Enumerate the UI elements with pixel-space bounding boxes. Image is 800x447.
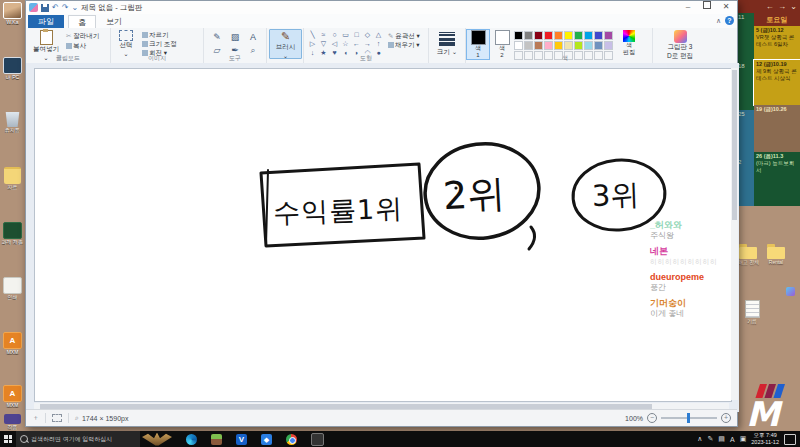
desktop-icon-recycle-bin[interactable]: 휴지통 xyxy=(1,112,24,133)
desktop-icon-orange-app-2[interactable]: A MXM xyxy=(1,385,24,408)
maximize-button[interactable] xyxy=(698,1,716,13)
tab-view[interactable]: 보기 xyxy=(100,15,128,28)
shape-icon[interactable]: △ xyxy=(373,30,384,39)
palette-swatch[interactable] xyxy=(534,31,543,40)
shape-icon[interactable]: ↑ xyxy=(373,39,384,48)
undo-icon[interactable]: ↶ xyxy=(52,3,59,12)
desktop-icon-folder-right-2[interactable]: Rental xyxy=(763,247,789,265)
palette-swatch[interactable] xyxy=(604,41,613,50)
shape-icon[interactable]: □ xyxy=(351,30,362,39)
redo-icon[interactable]: ↷ xyxy=(62,3,69,12)
palette-swatch[interactable] xyxy=(564,41,573,50)
zoom-in-button[interactable]: + xyxy=(721,413,731,423)
palette-swatch[interactable] xyxy=(594,41,603,50)
calendar-event-selected[interactable]: 12 (금)10.19 제 9회 상황극 콘테스트 시상식 xyxy=(754,60,800,105)
palette-swatch[interactable] xyxy=(544,31,553,40)
ime-mode-indicator[interactable]: A xyxy=(730,436,735,443)
shape-icon[interactable]: ▽ xyxy=(318,39,329,48)
palette-swatch[interactable] xyxy=(604,31,613,40)
palette-swatch[interactable] xyxy=(534,41,543,50)
save-icon[interactable] xyxy=(41,4,49,12)
desktop-icon-document[interactable]: 인쇄 xyxy=(1,277,24,300)
calendar-event[interactable]: 5 (금)10.12 VR챗 상황극 콘테스트 6일차 xyxy=(754,26,800,60)
taskbar-search[interactable]: 검색하려면 여기에 입력하십시 xyxy=(16,431,140,447)
calendar-left-cell[interactable]: 11 xyxy=(736,13,754,62)
calendar-back-icon[interactable]: ← xyxy=(766,2,775,11)
palette-swatch[interactable] xyxy=(544,41,553,50)
shape-icon[interactable]: ◁ xyxy=(329,39,340,48)
calendar-event[interactable]: 19 (금)10.26 xyxy=(754,105,800,152)
desktop-icon-small[interactable]: 작품 xyxy=(1,414,24,430)
vertical-scrollbar-thumb[interactable] xyxy=(732,70,737,220)
desktop-icon-orange-app-1[interactable]: A MXM xyxy=(1,332,24,355)
taskbar-clock[interactable]: 오후 7:49 2023-11-12 xyxy=(751,432,779,446)
text-tool-icon[interactable]: A xyxy=(244,31,262,44)
taskbar-v-app-icon[interactable]: V xyxy=(236,434,247,445)
tray-pen-icon[interactable]: ✎ xyxy=(707,435,713,443)
zoom-slider[interactable] xyxy=(661,417,717,419)
palette-swatch[interactable] xyxy=(594,31,603,40)
palette-swatch[interactable] xyxy=(524,41,533,50)
zoom-slider-thumb[interactable] xyxy=(687,413,690,423)
calendar-forward-icon[interactable]: → xyxy=(778,2,787,11)
palette-swatch[interactable] xyxy=(584,31,593,40)
minimize-button[interactable]: – xyxy=(679,1,697,13)
shape-icon[interactable]: ☆ xyxy=(340,39,351,48)
resize-button[interactable]: 크기 조정 xyxy=(142,40,177,49)
tray-chevron-icon[interactable]: ∧ xyxy=(697,435,702,443)
tray-card-icon[interactable]: ▤ xyxy=(718,435,725,443)
start-button[interactable] xyxy=(0,431,16,447)
desktop-icon-folder[interactable]: 자료 xyxy=(1,167,24,190)
help-icon[interactable]: ? xyxy=(725,16,734,25)
palette-swatch[interactable] xyxy=(574,31,583,40)
shape-icon[interactable]: ○ xyxy=(329,30,340,39)
color1-button[interactable]: 색1 xyxy=(467,30,489,59)
paint3d-button[interactable]: 그림판 3D로 편집 xyxy=(658,30,702,61)
palette-swatch[interactable] xyxy=(584,41,593,50)
close-button[interactable]: ✕ xyxy=(717,1,735,13)
desktop-icon-photo[interactable]: W.Ka xyxy=(1,2,24,25)
shape-icon[interactable]: → xyxy=(362,39,373,48)
size-button[interactable]: 크기 ⌄ xyxy=(434,30,460,57)
fill-icon[interactable]: ▨ xyxy=(226,31,244,44)
palette-swatch[interactable] xyxy=(564,31,573,40)
taskbar-blue-app-icon[interactable]: ◆ xyxy=(261,434,272,445)
calendar-event[interactable]: 26 (음)11.3 (마크) 늪트보회서 xyxy=(754,152,800,206)
small-app-icon[interactable] xyxy=(786,287,795,296)
palette-swatch[interactable] xyxy=(514,41,523,50)
quick-access-more-icon[interactable]: ⌄ xyxy=(71,3,78,12)
crop-button[interactable]: 자르기 xyxy=(142,31,169,40)
edit-colors-button[interactable]: 색편집 xyxy=(618,30,640,56)
palette-swatch[interactable] xyxy=(514,31,523,40)
cut-button[interactable]: ✂ 잘라내기 xyxy=(66,32,99,41)
zoom-out-button[interactable]: − xyxy=(647,413,657,423)
palette-swatch[interactable] xyxy=(554,41,563,50)
palette-swatch[interactable] xyxy=(524,31,533,40)
desktop-icon-computer[interactable]: 내 PC xyxy=(1,57,24,80)
copy-button[interactable]: 복사 xyxy=(66,42,86,51)
taskbar-minecraft-icon[interactable] xyxy=(211,434,222,445)
calendar-collapse-icon[interactable]: ⌄ xyxy=(790,2,798,11)
palette-swatch[interactable] xyxy=(574,41,583,50)
collapse-ribbon-icon[interactable]: ∧ xyxy=(716,17,721,25)
palette-swatch[interactable] xyxy=(554,31,563,40)
shape-icon[interactable]: ≈ xyxy=(318,30,329,39)
shape-icon[interactable]: ╲ xyxy=(307,30,318,39)
tab-home[interactable]: 홈 xyxy=(68,15,96,28)
taskbar-edge-icon[interactable] xyxy=(186,434,197,445)
taskbar-chrome-icon[interactable] xyxy=(286,434,297,445)
brushes-button[interactable]: ✎ 브러시⌄ xyxy=(269,29,302,59)
shape-icon[interactable]: ▭ xyxy=(340,30,351,39)
taskbar-app-icon[interactable] xyxy=(311,433,324,446)
shape-icon[interactable]: ◇ xyxy=(362,30,373,39)
fill-button[interactable]: 채우기 ▾ xyxy=(388,40,420,49)
tab-file[interactable]: 파일 xyxy=(28,15,64,28)
color2-button[interactable]: 색2 xyxy=(491,30,513,59)
action-center-icon[interactable] xyxy=(784,434,796,445)
language-icon[interactable]: ▣ xyxy=(740,435,747,443)
pencil-icon[interactable]: ✎ xyxy=(208,31,226,44)
shape-icon[interactable]: ▷ xyxy=(307,39,318,48)
desktop-icon-green-app[interactable]: 과제 제출 xyxy=(1,222,24,245)
drawing-canvas[interactable]: 수익률1위 2위 3위 xyxy=(34,68,732,402)
outline-button[interactable]: ✎ 윤곽선 ▾ xyxy=(388,31,420,40)
